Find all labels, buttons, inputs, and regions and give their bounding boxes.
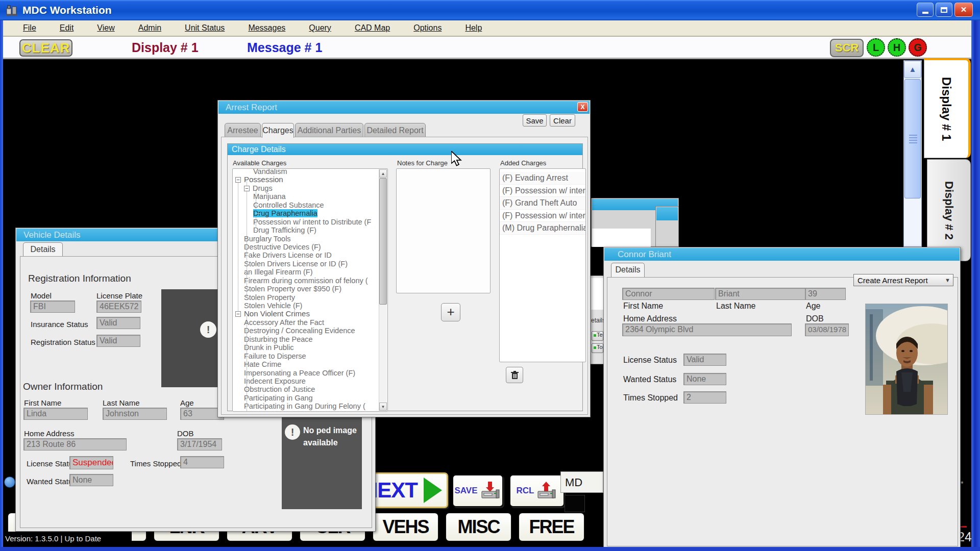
charge-tree-item[interactable]: −Failure to Disperse: [233, 352, 378, 360]
status-indicator-light[interactable]: L: [867, 38, 885, 57]
tab-arrestee[interactable]: Arrestee: [225, 123, 261, 137]
menu-item[interactable]: Admin: [127, 21, 173, 35]
charge-tree-item[interactable]: −Obstruction of Justice: [233, 385, 378, 393]
tab-vehicle-details[interactable]: Details: [23, 242, 63, 257]
tree-expand-icon[interactable]: −: [235, 177, 241, 183]
tree-scrollbar[interactable]: ▲ ▼: [379, 169, 387, 411]
menu-item[interactable]: CAD Map: [343, 21, 402, 35]
added-charge-item[interactable]: (F) Possession w/ inter: [500, 185, 585, 197]
person-last-name-field[interactable]: Briant: [715, 288, 806, 300]
person-address-field[interactable]: 2364 Olympic Blvd: [622, 323, 792, 336]
save-state-button[interactable]: SAVE: [452, 474, 503, 507]
charge-tree-item[interactable]: −Impersonating a Peace Officer (F): [233, 369, 378, 377]
license-plate-field[interactable]: 46EEK572: [96, 300, 141, 313]
close-button[interactable]: ✕: [954, 3, 973, 17]
registration-status-field[interactable]: Valid: [96, 335, 140, 347]
charge-tree-item[interactable]: −Stolen Drivers License or ID (F): [233, 260, 378, 268]
charge-tree-item[interactable]: −Burglary Tools: [233, 235, 378, 243]
status-indicator-light[interactable]: G: [909, 38, 927, 57]
function-key-button[interactable]: VEHS: [372, 512, 439, 542]
status-indicator-light[interactable]: H: [888, 38, 906, 57]
notes-for-charge-input[interactable]: [396, 168, 491, 293]
charge-tree-item[interactable]: −Disturbing the Peace: [233, 335, 378, 343]
model-field[interactable]: FBI: [30, 300, 75, 313]
owner-times-stopped-field[interactable]: 4: [180, 456, 224, 468]
charge-tree-item[interactable]: −Drug Paraphernalia: [233, 209, 378, 217]
charge-tree-item[interactable]: −Stolen Vehicle (F): [233, 302, 378, 310]
charge-tree-item[interactable]: −Indecent Exposure: [233, 377, 378, 385]
clear-button[interactable]: Clear: [550, 114, 575, 127]
charge-tree-item[interactable]: −Stolen Property over $950 (F): [233, 285, 378, 293]
person-wanted-status-field[interactable]: None: [683, 373, 726, 385]
charge-tree-item[interactable]: −Possession: [233, 176, 378, 184]
charge-tree-item[interactable]: −Drug Trafficking (F): [233, 226, 378, 234]
close-icon[interactable]: X: [577, 102, 588, 112]
person-age-field[interactable]: 39: [805, 288, 846, 300]
charge-tree-item[interactable]: −Drugs: [233, 184, 378, 192]
menu-item[interactable]: Edit: [48, 21, 86, 35]
function-key-button[interactable]: FREE: [518, 512, 585, 542]
charge-tree-item[interactable]: −Drunk in Public: [233, 343, 378, 352]
tab-charges[interactable]: Charges: [262, 123, 294, 138]
owner-last-name-field[interactable]: Johnston: [103, 408, 167, 420]
added-charges-list[interactable]: (F) Evading Arrest(F) Possession w/ inte…: [499, 168, 586, 362]
add-charge-button[interactable]: +: [441, 303, 460, 321]
person-first-name-field[interactable]: Connor: [622, 288, 715, 300]
function-key-button[interactable]: MISC: [445, 512, 512, 542]
owner-address-field[interactable]: 213 Route 86: [23, 438, 127, 450]
insurance-status-field[interactable]: Valid: [96, 317, 140, 329]
create-arrest-report-dropdown[interactable]: Create Arrest Report▼: [853, 274, 953, 286]
display-scrollbar[interactable]: ▲: [903, 60, 922, 247]
charge-tree-item[interactable]: −Fake Drivers License or ID: [233, 251, 378, 259]
charge-tree-item[interactable]: −Destructive Devices (F): [233, 243, 378, 251]
added-charge-item[interactable]: (F) Evading Arrest: [500, 172, 585, 185]
charge-tree-item[interactable]: −Destroying / Concealing Evidence: [233, 327, 378, 335]
tab-person-details[interactable]: Details: [611, 263, 645, 277]
person-times-stopped-field[interactable]: 2: [683, 391, 726, 404]
clear-display-button[interactable]: CLEAR: [19, 39, 72, 57]
available-charges-tree[interactable]: −Vandalism −Possession −Drugs −Marijuana…: [232, 168, 388, 412]
scrollbar-up-icon[interactable]: ▲: [904, 61, 921, 78]
person-license-status-field[interactable]: Valid: [683, 354, 726, 366]
charge-tree-item[interactable]: −Planting / Tampering Evidence (F): [233, 411, 378, 412]
minimize-button[interactable]: [917, 3, 934, 17]
charge-tree-item[interactable]: −Marijuana: [233, 192, 378, 201]
arrest-report-titlebar[interactable]: Arrest Report: [218, 101, 590, 114]
remove-charge-button[interactable]: [506, 367, 523, 383]
charge-tree-item[interactable]: −Controlled Substance: [233, 201, 378, 209]
menu-item[interactable]: Help: [453, 21, 494, 35]
charge-tree-item[interactable]: −Stolen Property: [233, 293, 378, 302]
charge-tree-item[interactable]: −Vandalism: [233, 168, 378, 176]
tab-detailed-report[interactable]: Detailed Report: [364, 123, 426, 137]
save-button[interactable]: Save: [523, 114, 547, 127]
charge-tree-item[interactable]: −Non Violent Crimes: [233, 310, 378, 318]
menu-item[interactable]: Messages: [236, 21, 297, 35]
scroll-down-icon[interactable]: ▼: [379, 403, 387, 411]
fragment-button[interactable]: Te: [592, 331, 603, 341]
person-dob-field[interactable]: 03/08/1978: [805, 323, 849, 336]
tree-expand-icon[interactable]: −: [235, 311, 241, 317]
menu-item[interactable]: Query: [297, 21, 343, 35]
owner-first-name-field[interactable]: Linda: [23, 408, 88, 420]
recall-button[interactable]: RCL: [509, 474, 565, 507]
fragment-button[interactable]: To: [592, 343, 603, 353]
menu-item[interactable]: Options: [402, 21, 453, 35]
scroll-up-icon[interactable]: ▲: [379, 169, 387, 178]
added-charge-item[interactable]: (F) Grand Theft Auto: [500, 197, 585, 210]
charge-tree-item[interactable]: −Hate Crime: [233, 360, 378, 368]
charge-tree-item[interactable]: −Participating in Gang During Felony (: [233, 402, 378, 410]
maximize-button[interactable]: [936, 3, 952, 17]
charge-tree-item[interactable]: −Accessory After the Fact: [233, 318, 378, 327]
owner-wanted-status-field[interactable]: None: [69, 474, 113, 486]
owner-license-status-field[interactable]: Suspended: [69, 456, 113, 469]
tree-scrollbar-thumb[interactable]: [379, 178, 387, 305]
added-charge-item[interactable]: (F) Possession w/ inter: [500, 210, 585, 222]
tab-display-2[interactable]: Display # 2: [927, 159, 971, 261]
added-charge-item[interactable]: (M) Drug Paraphernalia: [500, 222, 585, 235]
menu-item[interactable]: File: [11, 21, 48, 35]
charge-tree-item[interactable]: −Participating in Gang: [233, 394, 378, 402]
scr-button[interactable]: SCR: [830, 39, 864, 57]
tree-expand-icon[interactable]: −: [244, 186, 250, 191]
charge-tree-item[interactable]: −Possession w/ intent to Distribute (F: [233, 218, 378, 226]
person-window-titlebar[interactable]: Connor Briant: [604, 248, 960, 261]
